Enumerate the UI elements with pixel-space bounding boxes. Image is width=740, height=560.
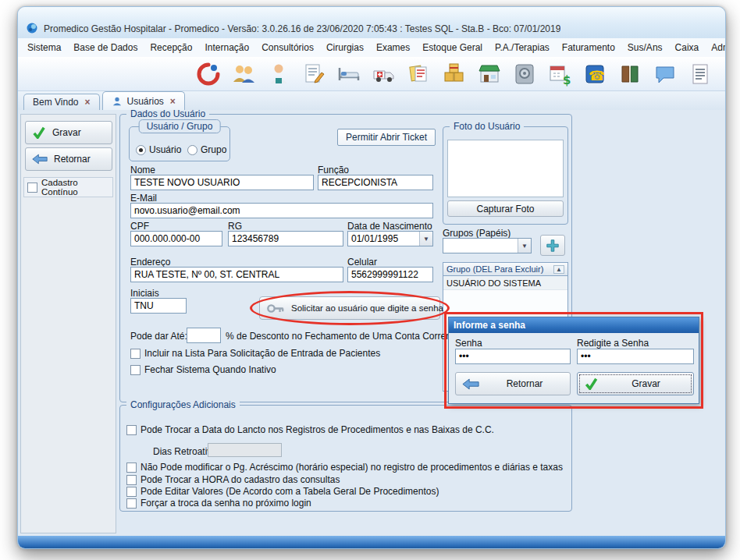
close-icon[interactable]: × <box>84 97 90 108</box>
menu-exames[interactable]: Exames <box>376 42 410 53</box>
trocar-data-lancto-checkbox[interactable]: Pode Trocar a Data do Lancto nos Registr… <box>126 424 494 435</box>
rg-input[interactable] <box>228 231 343 246</box>
retornar-button[interactable]: Retornar <box>25 147 112 171</box>
checkbox[interactable] <box>130 349 141 359</box>
endereco-input[interactable] <box>130 267 343 282</box>
incluir-lista-checkbox[interactable]: Incluir na Lista Para Solicitação de Ent… <box>130 348 380 359</box>
medical-notes-icon[interactable] <box>301 62 326 87</box>
checkbox[interactable] <box>126 498 137 509</box>
doctor-icon[interactable] <box>266 62 291 87</box>
fechar-sistema-checkbox[interactable]: Fechar Sistema Quando Inativo <box>130 364 276 375</box>
forcar-troca-senha-label: Forçar a troca da senha no próximo login <box>141 498 311 509</box>
menu-consultorios[interactable]: Consultórios <box>261 42 314 53</box>
checkbox[interactable] <box>126 475 137 485</box>
checkbox[interactable] <box>126 425 137 435</box>
usuario-grupo-box: Usuário / Grupo Usuário Grupo <box>129 126 230 161</box>
reception-people-icon[interactable] <box>231 62 256 87</box>
config-adicionais-legend: Configurações Adicionais <box>126 399 240 410</box>
safe-icon[interactable] <box>512 62 537 87</box>
email-input[interactable] <box>130 203 433 218</box>
grupos-papeis-combo[interactable]: ▼ <box>443 238 532 253</box>
phone-directory-icon[interactable]: ☎ <box>582 62 607 87</box>
forcar-troca-senha-checkbox[interactable]: Forçar a troca da senha no próximo login <box>126 498 311 509</box>
menu-sus-ans[interactable]: Sus/Ans <box>628 42 663 53</box>
grupo-grid-header[interactable]: Grupo (DEL Para Excluir) ▲ <box>443 262 568 276</box>
menu-pa-terapias[interactable]: P.A./Terapias <box>495 42 550 53</box>
radio-grupo[interactable]: Grupo <box>187 144 226 155</box>
menu-estoque-geral[interactable]: Estoque Geral <box>422 42 482 53</box>
tab-usuarios-label: Usuários <box>127 96 164 107</box>
logo-icon[interactable] <box>196 62 221 87</box>
add-group-button[interactable] <box>540 235 565 256</box>
dialog-title-bar[interactable]: Informe a senha <box>449 317 699 333</box>
checkbox[interactable] <box>130 365 141 375</box>
svg-text:☎: ☎ <box>589 68 605 83</box>
celular-input[interactable] <box>347 267 433 282</box>
chevron-down-icon[interactable]: ▼ <box>518 239 531 253</box>
menu-base-de-dados[interactable]: Base de Dados <box>73 42 137 53</box>
cadastro-continuo-checkbox[interactable]: Cadastro Contínuo <box>23 177 113 197</box>
desconto-input[interactable] <box>187 328 221 343</box>
billing-calendar-icon[interactable]: $ <box>547 62 572 87</box>
trocar-data-lancto-label: Pode Trocar a Data do Lancto nos Registr… <box>141 424 494 435</box>
config-adicionais-group: Configurações Adicionais Pode Trocar a D… <box>119 405 572 512</box>
checkbox[interactable] <box>126 487 137 497</box>
gravar-button[interactable]: Gravar <box>25 121 112 144</box>
checkbox[interactable] <box>126 463 137 473</box>
stock-boxes-icon[interactable] <box>442 62 467 87</box>
menu-cirurgias[interactable]: Cirurgias <box>326 42 364 53</box>
nome-input[interactable] <box>130 175 314 190</box>
fechar-sistema-label: Fechar Sistema Quando Inativo <box>144 364 276 375</box>
tab-usuarios[interactable]: Usuários × <box>102 91 185 110</box>
editar-valores-checkbox[interactable]: Pode Editar Valores (De Acordo com a Tab… <box>126 486 439 497</box>
menu-internacao[interactable]: Internação <box>205 42 249 53</box>
grupo-grid-row[interactable]: USUÁRIO DO SISTEMA <box>443 276 567 290</box>
retornar-label: Retornar <box>54 154 91 165</box>
dias-retroativos-input[interactable] <box>208 443 282 457</box>
cpf-label: CPF <box>130 221 149 232</box>
report-icon[interactable] <box>688 62 713 87</box>
chat-icon[interactable] <box>653 62 678 87</box>
menu-administracao[interactable]: Administração <box>711 42 725 53</box>
menu-caixa[interactable]: Caixa <box>675 42 699 53</box>
iniciais-input[interactable] <box>130 298 187 314</box>
foto-usuario-legend: Foto do Usuário <box>450 121 524 132</box>
dialog-gravar-button[interactable]: Gravar <box>577 372 694 395</box>
solicitar-senha-button[interactable]: Solicitar ao usuário que digite a senha <box>259 296 440 320</box>
checkbox[interactable] <box>27 183 37 193</box>
close-icon[interactable]: × <box>170 96 176 107</box>
sort-asc-icon[interactable]: ▲ <box>553 265 564 274</box>
market-icon[interactable] <box>477 62 502 87</box>
radio-button-checked[interactable] <box>136 145 146 155</box>
pg-acrescimo-checkbox[interactable]: Não Pode modificar o Pg. Acréscimo (horá… <box>126 462 563 473</box>
radio-usuario[interactable]: Usuário <box>136 144 181 155</box>
incluir-lista-label: Incluir na Lista Para Solicitação de Ent… <box>144 348 380 359</box>
hospital-bed-icon[interactable] <box>336 62 361 87</box>
menu-recepcao[interactable]: Recepção <box>150 42 192 53</box>
ambulance-icon[interactable] <box>372 62 397 87</box>
documents-icon[interactable] <box>407 62 432 87</box>
permitir-abrir-ticket-button[interactable]: Permitir Abrir Ticket <box>337 129 436 146</box>
funcao-input[interactable] <box>318 175 433 190</box>
gravar-label: Gravar <box>52 127 81 138</box>
data-nascimento-combo[interactable]: 01/01/1995 ▼ <box>347 231 433 246</box>
capturar-foto-button[interactable]: Capturar Foto <box>447 200 564 217</box>
redigite-senha-input[interactable] <box>577 349 694 364</box>
radio-button[interactable] <box>187 145 197 155</box>
library-book-icon[interactable] <box>617 62 642 87</box>
chevron-down-icon[interactable]: ▼ <box>419 232 432 246</box>
endereco-label: Endereço <box>130 257 170 268</box>
menu-faturamento[interactable]: Faturamento <box>562 42 615 53</box>
title-bar[interactable]: Promedico Gestão Hospitalar - Promedico … <box>18 7 725 38</box>
foto-usuario-group: Foto do Usuário Capturar Foto <box>443 126 568 225</box>
dialog-retornar-button[interactable]: Retornar <box>455 372 571 395</box>
tab-bem-vindo[interactable]: Bem Vindo × <box>23 94 100 110</box>
window-title: Promedico Gestão Hospitalar - Promedico … <box>44 23 560 34</box>
trocar-hora-checkbox[interactable]: Pode Trocar a HORA do cadastro das consu… <box>126 474 340 485</box>
senha-input[interactable] <box>455 349 571 364</box>
grupo-grid-header-label: Grupo (DEL Para Excluir) <box>446 264 543 274</box>
menu-sistema[interactable]: Sistema <box>27 42 61 53</box>
cpf-input[interactable] <box>130 231 222 246</box>
capturar-foto-label: Capturar Foto <box>476 204 534 214</box>
informe-senha-dialog: Informe a senha Senha Redigite a Senha R… <box>448 317 699 404</box>
